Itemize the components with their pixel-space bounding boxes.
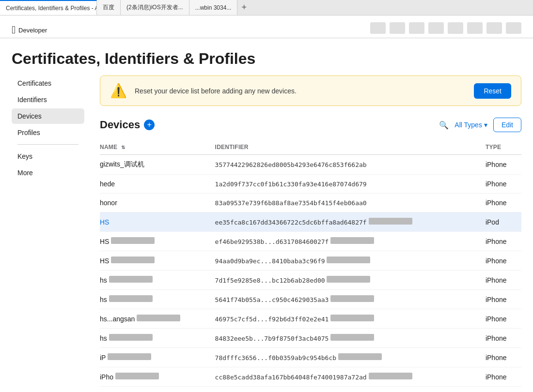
sidebar-item-identifiers[interactable]: Identifiers xyxy=(12,92,84,107)
redacted-identifier-block xyxy=(369,373,412,379)
tab-2[interactable]: 百度 xyxy=(97,0,121,15)
tab-label: ...wbin 3034... xyxy=(195,4,232,11)
table-row[interactable]: hede1a2d09f737cc0f1b61c330fa93e416e87074… xyxy=(100,175,521,194)
col-header-type: TYPE xyxy=(486,140,521,155)
table-row[interactable]: HS ef46be929538b...d631708460027f iPhone xyxy=(100,232,521,251)
tab-active[interactable]: Certificates, Identifiers & Profiles - A… xyxy=(0,0,97,15)
table-row[interactable]: hs 7d1f5e9285e8...bc12b6ab28ed00 iPhone xyxy=(100,271,521,290)
redacted-identifier-block xyxy=(330,315,374,321)
device-type: iPhone xyxy=(486,238,507,245)
table-row[interactable]: iP 78dfffc3656...f0b0359ab9c954b6cb iPho… xyxy=(100,348,521,367)
page-title-bar: Certificates, Identifiers & Profiles xyxy=(0,38,533,75)
device-identifier: 84832eee5b...7b9f8750f3acb4075 xyxy=(215,335,329,342)
device-identifier: 1a2d09f737cc0f1b61c330fa93e416e87074d679 xyxy=(215,181,367,188)
device-name: hs...angsan xyxy=(100,315,135,323)
tab-label: Certificates, Identifiers & Profiles - A… xyxy=(6,5,97,12)
redacted-block xyxy=(137,315,180,321)
developer-label: Developer xyxy=(18,27,47,34)
device-type: iPhone xyxy=(486,354,507,362)
sidebar-divider xyxy=(17,144,78,145)
sidebar: Certificates Identifiers Devices Profile… xyxy=(12,75,84,392)
header-toolbar xyxy=(370,22,521,34)
main-content: ⚠️ Reset your device list before adding … xyxy=(100,75,521,392)
devices-section-title: Devices xyxy=(100,119,140,131)
toolbar-placeholder-8 xyxy=(506,22,521,34)
devices-table: NAME ⇅ IDENTIFIER TYPE gizwits_调试机357744… xyxy=(100,140,521,392)
toolbar-placeholder-1 xyxy=(370,22,386,34)
sort-arrow-icon: ⇅ xyxy=(121,145,125,150)
device-identifier: 83a09537e739f6b88af8ae7354bf415f4eb06aa0 xyxy=(215,199,367,207)
device-name-link[interactable]: HS xyxy=(100,218,109,226)
reset-button[interactable]: Reset xyxy=(474,83,511,99)
toolbar-placeholder-5 xyxy=(448,22,463,34)
redacted-block xyxy=(109,295,153,302)
table-row[interactable]: iPhone58ebde3083dd94bdc5a7367a81918b8358… xyxy=(100,387,521,392)
device-type: iPhone xyxy=(486,199,507,207)
table-header-row: NAME ⇅ IDENTIFIER TYPE xyxy=(100,140,521,155)
device-name: iPho xyxy=(100,373,113,381)
redacted-identifier-block xyxy=(330,237,374,244)
device-name: hs xyxy=(100,334,107,342)
device-name: iP xyxy=(100,354,106,362)
redacted-block xyxy=(108,353,151,360)
table-row[interactable]: hs 84832eee5b...7b9f8750f3acb4075 iPhone xyxy=(100,329,521,348)
table-row[interactable]: HS 94aa0d9ba9ec...8410baba3c96f9 iPhone xyxy=(100,251,521,271)
redacted-block xyxy=(111,237,155,244)
redacted-block xyxy=(109,334,153,341)
tab-label: 百度 xyxy=(103,3,114,12)
table-row[interactable]: hs...angsan 46975c7cf5d...f92b6d3ff02e2e… xyxy=(100,309,521,329)
device-type: iPhone xyxy=(486,296,507,303)
table-row[interactable]: gizwits_调试机35774422962826ed8005b4293e647… xyxy=(100,155,521,175)
device-identifier: 78dfffc3656...f0b0359ab9c954b6cb xyxy=(215,354,336,362)
type-filter-dropdown[interactable]: All Types ▾ xyxy=(455,121,487,129)
table-row[interactable]: honor83a09537e739f6b88af8ae7354bf415f4eb… xyxy=(100,194,521,212)
device-type: iPhone xyxy=(486,161,507,168)
redacted-identifier-block xyxy=(327,256,370,263)
device-identifier: ee35fca8c167dd34366722c5dc6bffa8ad64827f xyxy=(215,219,367,226)
redacted-identifier-block xyxy=(327,276,370,283)
table-row[interactable]: HSee35fca8c167dd34366722c5dc6bffa8ad6482… xyxy=(100,212,521,232)
edit-button[interactable]: Edit xyxy=(493,118,521,132)
device-type: iPod xyxy=(486,218,499,226)
warning-banner: ⚠️ Reset your device list before adding … xyxy=(100,75,521,106)
browser-chrome: Certificates, Identifiers & Profiles - A… xyxy=(0,0,533,15)
device-name: gizwits_调试机 xyxy=(100,160,144,168)
col-header-name[interactable]: NAME ⇅ xyxy=(100,140,215,155)
redacted-identifier-block xyxy=(330,295,374,302)
apple-logo-icon:  xyxy=(12,24,16,36)
device-identifier: 35774422962826ed8005b4293e6476c853f662ab xyxy=(215,161,367,168)
redacted-identifier-block xyxy=(369,218,412,225)
device-name: honor xyxy=(100,199,117,207)
device-name: HS xyxy=(100,257,109,265)
table-row[interactable]: iPho cc88e5cadd38afa167bb64048fe74001987… xyxy=(100,367,521,387)
toolbar-placeholder-7 xyxy=(486,22,502,34)
new-tab-button[interactable]: + xyxy=(237,0,251,15)
sidebar-item-profiles[interactable]: Profiles xyxy=(12,125,84,140)
devices-section-header: Devices + 🔍 All Types ▾ Edit xyxy=(100,118,521,132)
device-type: iPhone xyxy=(486,257,507,265)
device-name: hs xyxy=(100,296,107,303)
tab-3[interactable]: (2条消息)iOS开发者... xyxy=(121,0,189,15)
device-type: iPhone xyxy=(486,334,507,342)
tab-bar: Certificates, Identifiers & Profiles - A… xyxy=(0,0,533,15)
tab-4[interactable]: ...wbin 3034... xyxy=(189,0,238,15)
device-name: HS xyxy=(100,238,109,245)
table-row[interactable]: hs 5641f74b055a...c950c4629035aa3 iPhone xyxy=(100,290,521,309)
device-type: iPhone xyxy=(486,315,507,323)
device-type: iPhone xyxy=(486,276,507,284)
device-identifier: ef46be929538b...d631708460027f xyxy=(215,238,329,245)
sidebar-item-devices[interactable]: Devices xyxy=(12,108,84,124)
toolbar-placeholder-2 xyxy=(390,22,405,34)
sidebar-item-more[interactable]: More xyxy=(12,165,84,181)
content-area: Certificates Identifiers Devices Profile… xyxy=(0,75,533,392)
sidebar-item-keys[interactable]: Keys xyxy=(12,149,84,164)
add-device-button[interactable]: + xyxy=(144,120,155,130)
toolbar-placeholder-4 xyxy=(428,22,444,34)
search-icon[interactable]: 🔍 xyxy=(439,121,449,130)
device-identifier: 7d1f5e9285e8...bc12b6ab28ed00 xyxy=(215,277,325,284)
sidebar-item-certificates[interactable]: Certificates xyxy=(12,75,84,91)
device-type: iPhone xyxy=(486,373,507,381)
page-title: Certificates, Identifiers & Profiles xyxy=(12,50,521,68)
chevron-down-icon: ▾ xyxy=(484,121,487,129)
warning-icon: ⚠️ xyxy=(110,83,127,99)
